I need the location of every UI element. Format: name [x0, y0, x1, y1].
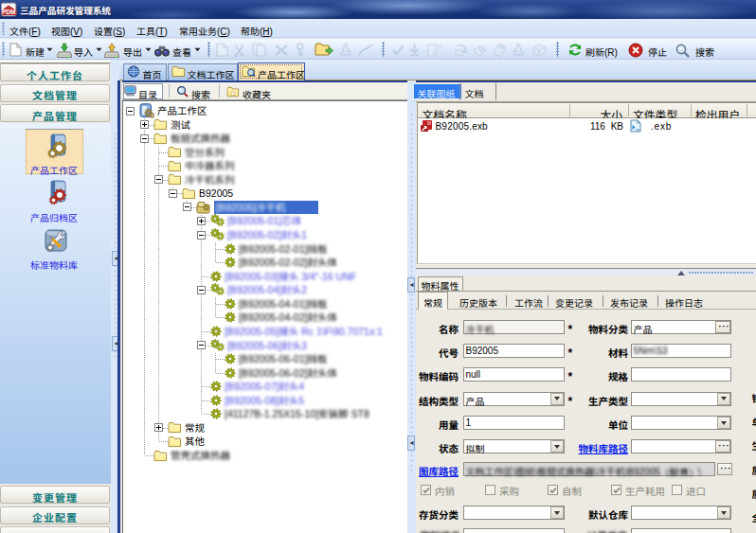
svg-text:PDM: PDM — [2, 9, 15, 15]
